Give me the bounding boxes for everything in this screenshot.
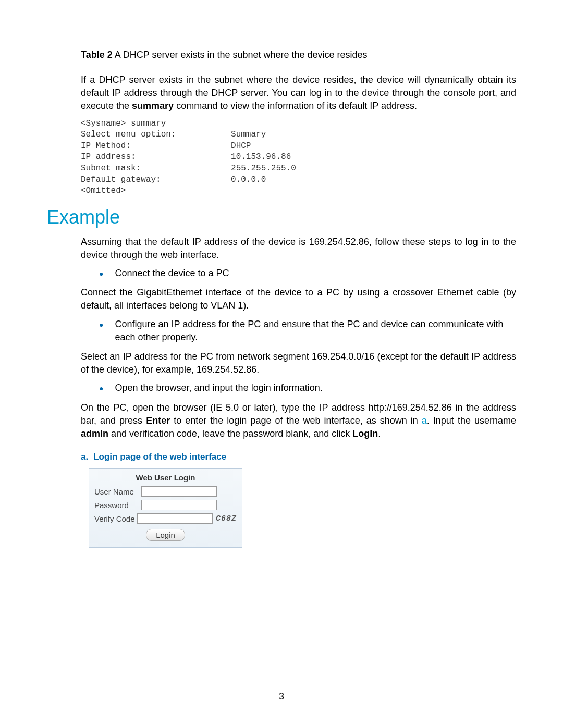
intro-paragraph: If a DHCP server exists in the subnet wh… bbox=[81, 73, 516, 113]
para-2: Connect the GigabitEthernet interface of… bbox=[81, 286, 516, 312]
password-input[interactable] bbox=[141, 500, 217, 510]
example-heading: Example bbox=[47, 206, 516, 228]
login-row-username: User Name bbox=[94, 486, 237, 497]
login-row-password: Password bbox=[94, 500, 237, 510]
figure-label: a. bbox=[81, 452, 88, 462]
login-row-verify: Verify Code C68Z bbox=[94, 513, 237, 524]
p4-link-a[interactable]: a bbox=[422, 415, 427, 426]
console-output: <Sysname> summary Select menu option: Su… bbox=[81, 118, 516, 197]
bullet-item-3: ● Open the browser, and input the login … bbox=[99, 381, 516, 394]
para-3: Select an IP address for the PC from net… bbox=[81, 350, 516, 376]
table-label: Table 2 bbox=[81, 50, 113, 60]
p4-t4: and verification code, leave the passwor… bbox=[108, 428, 352, 439]
login-button-row: Login bbox=[94, 529, 237, 541]
password-label: Password bbox=[94, 501, 141, 510]
bullet-text-3: Open the browser, and input the login in… bbox=[115, 381, 516, 394]
bullet-text-2: Configure an IP address for the PC and e… bbox=[115, 318, 516, 344]
intro-bold: summary bbox=[132, 101, 174, 111]
para-4: On the PC, open the browser (IE 5.0 or l… bbox=[81, 401, 516, 441]
bullet-text-1: Connect the device to a PC bbox=[115, 267, 516, 280]
bullet-list-3: ● Open the browser, and input the login … bbox=[99, 381, 516, 394]
p4-t2: to enter the login page of the web inter… bbox=[170, 415, 422, 426]
bullet-list-2: ● Configure an IP address for the PC and… bbox=[99, 318, 516, 344]
login-button[interactable]: Login bbox=[146, 529, 185, 541]
login-title: Web User Login bbox=[94, 473, 237, 482]
intro-text-2: command to view the information of its d… bbox=[174, 101, 417, 111]
p4-t5: . bbox=[378, 428, 381, 439]
page-number: 3 bbox=[0, 691, 563, 702]
verify-input[interactable] bbox=[137, 513, 213, 524]
figure-caption-text: Login page of the web interface bbox=[93, 452, 226, 462]
p4-t3: . Input the username bbox=[427, 415, 516, 426]
username-label: User Name bbox=[94, 487, 141, 496]
p4-b3: Login bbox=[352, 428, 378, 439]
p4-b2: admin bbox=[81, 428, 108, 439]
example-intro: Assuming that the default IP address of … bbox=[81, 236, 516, 262]
bullet-list-1: ● Connect the device to a PC bbox=[99, 267, 516, 280]
username-input[interactable] bbox=[141, 486, 217, 497]
login-box: Web User Login User Name Password Verify… bbox=[89, 468, 242, 548]
figure-caption: a.Login page of the web interface bbox=[81, 452, 516, 462]
bullet-item-2: ● Configure an IP address for the PC and… bbox=[99, 318, 516, 344]
bullet-icon: ● bbox=[99, 269, 103, 279]
bullet-item-1: ● Connect the device to a PC bbox=[99, 267, 516, 280]
bullet-icon: ● bbox=[99, 320, 103, 330]
p4-b1: Enter bbox=[146, 415, 170, 426]
verify-label: Verify Code bbox=[94, 514, 137, 523]
verify-code: C68Z bbox=[216, 514, 237, 523]
bullet-icon: ● bbox=[99, 384, 103, 394]
table-caption-text: A DHCP server exists in the subnet where… bbox=[113, 50, 368, 60]
table-caption: Table 2 A DHCP server exists in the subn… bbox=[81, 50, 516, 60]
